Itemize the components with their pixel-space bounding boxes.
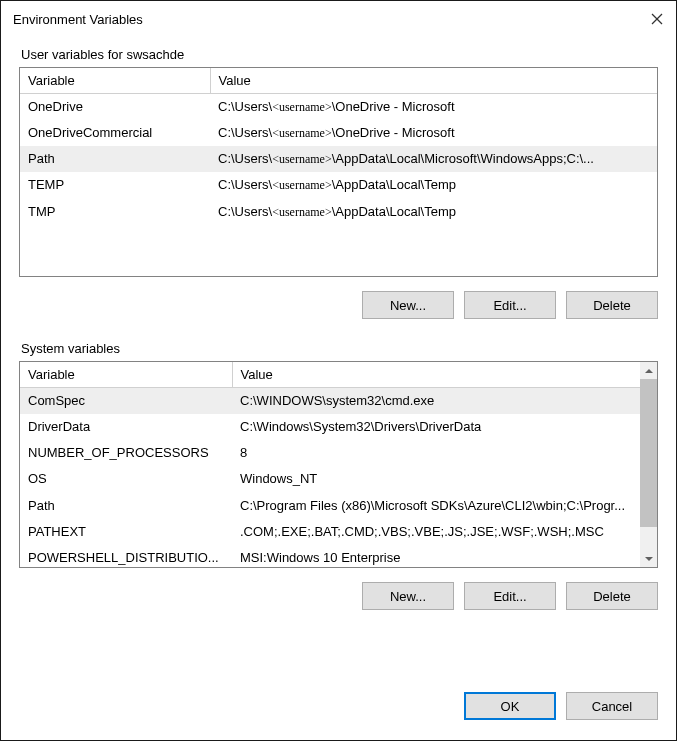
variable-value-cell: MSI:Windows 10 Enterprise	[232, 545, 640, 567]
variable-value-cell: Windows_NT	[232, 466, 640, 492]
system-edit-button[interactable]: Edit...	[464, 582, 556, 610]
dialog-footer: OK Cancel	[1, 692, 676, 740]
table-row[interactable]: OneDriveCommercialC:\Users\<username>\On…	[20, 120, 657, 146]
username-placeholder: <username>	[272, 126, 332, 140]
user-new-button[interactable]: New...	[362, 291, 454, 319]
variable-name-cell: OS	[20, 466, 232, 492]
variable-name-cell: TMP	[20, 199, 210, 225]
table-row[interactable]: DriverDataC:\Windows\System32\Drivers\Dr…	[20, 414, 640, 440]
variable-value-cell: C:\Users\<username>\AppData\Local\Temp	[210, 172, 657, 198]
system-list-scrollbar[interactable]	[640, 362, 657, 567]
variable-value-cell: C:\Users\<username>\OneDrive - Microsoft	[210, 94, 657, 121]
chevron-down-icon	[645, 555, 653, 563]
user-variables-label: User variables for swsachde	[21, 47, 188, 62]
username-placeholder: <username>	[272, 152, 332, 166]
close-icon	[651, 13, 663, 25]
variable-value-cell: C:\Program Files (x86)\Microsoft SDKs\Az…	[232, 493, 640, 519]
titlebar: Environment Variables	[1, 1, 676, 37]
variable-name-cell: OneDriveCommercial	[20, 120, 210, 146]
variable-name-cell: ComSpec	[20, 388, 232, 415]
column-header-variable[interactable]: Variable	[20, 68, 210, 94]
user-variables-list-inner: Variable Value OneDriveC:\Users\<usernam…	[20, 68, 657, 276]
ok-button[interactable]: OK	[464, 692, 556, 720]
table-row[interactable]: PathC:\Program Files (x86)\Microsoft SDK…	[20, 493, 640, 519]
system-delete-button[interactable]: Delete	[566, 582, 658, 610]
variable-value-cell: 8	[232, 440, 640, 466]
scroll-thumb[interactable]	[640, 379, 657, 527]
variable-name-cell: POWERSHELL_DISTRIBUTIO...	[20, 545, 232, 567]
variable-value-cell: C:\Windows\System32\Drivers\DriverData	[232, 414, 640, 440]
system-variables-group: System variables Variable Value ComSpecC…	[19, 351, 658, 610]
scroll-up-button[interactable]	[640, 362, 657, 379]
variable-value-cell: C:\WINDOWS\system32\cmd.exe	[232, 388, 640, 415]
table-row[interactable]: PathC:\Users\<username>\AppData\Local\Mi…	[20, 146, 657, 172]
chevron-up-icon	[645, 367, 653, 375]
variable-value-cell: C:\Users\<username>\AppData\Local\Micros…	[210, 146, 657, 172]
user-delete-button[interactable]: Delete	[566, 291, 658, 319]
system-variables-list[interactable]: Variable Value ComSpecC:\WINDOWS\system3…	[19, 361, 658, 568]
table-row[interactable]: TEMPC:\Users\<username>\AppData\Local\Te…	[20, 172, 657, 198]
table-row[interactable]: OneDriveC:\Users\<username>\OneDrive - M…	[20, 94, 657, 121]
user-variables-button-row: New... Edit... Delete	[19, 291, 658, 319]
username-placeholder: <username>	[272, 100, 332, 114]
scroll-track[interactable]	[640, 527, 657, 550]
cancel-button[interactable]: Cancel	[566, 692, 658, 720]
variable-name-cell: NUMBER_OF_PROCESSORS	[20, 440, 232, 466]
system-variables-button-row: New... Edit... Delete	[19, 582, 658, 610]
user-edit-button[interactable]: Edit...	[464, 291, 556, 319]
scroll-down-button[interactable]	[640, 550, 657, 567]
variable-name-cell: Path	[20, 146, 210, 172]
user-variables-group: User variables for swsachde Variable Val…	[19, 57, 658, 319]
table-row[interactable]: OSWindows_NT	[20, 466, 640, 492]
table-row[interactable]: ComSpecC:\WINDOWS\system32\cmd.exe	[20, 388, 640, 415]
system-variables-list-inner: Variable Value ComSpecC:\WINDOWS\system3…	[20, 362, 640, 567]
table-row[interactable]: TMPC:\Users\<username>\AppData\Local\Tem…	[20, 199, 657, 225]
username-placeholder: <username>	[272, 205, 332, 219]
variable-name-cell: OneDrive	[20, 94, 210, 121]
variable-name-cell: DriverData	[20, 414, 232, 440]
variable-name-cell: TEMP	[20, 172, 210, 198]
table-row[interactable]: PATHEXT.COM;.EXE;.BAT;.CMD;.VBS;.VBE;.JS…	[20, 519, 640, 545]
system-variables-label: System variables	[21, 341, 124, 356]
close-button[interactable]	[650, 12, 664, 26]
variable-value-cell: C:\Users\<username>\OneDrive - Microsoft	[210, 120, 657, 146]
column-header-value[interactable]: Value	[210, 68, 657, 94]
dialog-body: User variables for swsachde Variable Val…	[1, 37, 676, 692]
table-row[interactable]: NUMBER_OF_PROCESSORS8	[20, 440, 640, 466]
column-header-variable[interactable]: Variable	[20, 362, 232, 388]
system-new-button[interactable]: New...	[362, 582, 454, 610]
variable-value-cell: .COM;.EXE;.BAT;.CMD;.VBS;.VBE;.JS;.JSE;.…	[232, 519, 640, 545]
environment-variables-dialog: Environment Variables User variables for…	[0, 0, 677, 741]
column-header-value[interactable]: Value	[232, 362, 640, 388]
table-row[interactable]: POWERSHELL_DISTRIBUTIO...MSI:Windows 10 …	[20, 545, 640, 567]
user-variables-list[interactable]: Variable Value OneDriveC:\Users\<usernam…	[19, 67, 658, 277]
variable-value-cell: C:\Users\<username>\AppData\Local\Temp	[210, 199, 657, 225]
dialog-title: Environment Variables	[13, 12, 143, 27]
variable-name-cell: Path	[20, 493, 232, 519]
variable-name-cell: PATHEXT	[20, 519, 232, 545]
username-placeholder: <username>	[272, 178, 332, 192]
